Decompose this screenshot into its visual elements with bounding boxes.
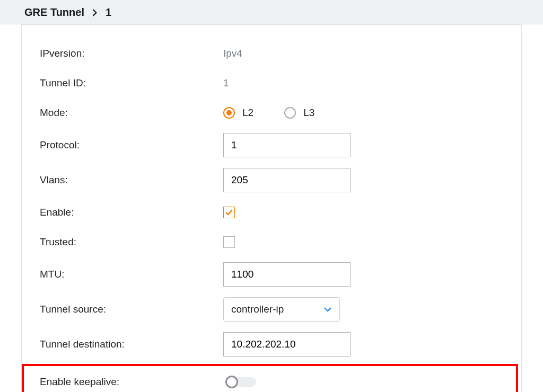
chevron-down-icon <box>323 304 332 315</box>
breadcrumb: GRE Tunnel 1 <box>0 0 543 24</box>
value-ipversion: Ipv4 <box>223 48 242 59</box>
row-trusted: Trusted: <box>22 227 521 257</box>
radio-mode-l3[interactable]: L3 <box>284 107 314 119</box>
input-vlans[interactable] <box>223 168 351 192</box>
chevron-right-icon <box>92 9 98 16</box>
select-value: controller-ip <box>231 304 284 315</box>
check-icon <box>225 208 233 217</box>
row-tunnel-destination: Tunnel destination: <box>22 327 521 362</box>
label-tunnel-destination: Tunnel destination: <box>22 338 223 350</box>
radio-mode-l2[interactable]: L2 <box>223 107 253 119</box>
highlight-enable-keepalive: Enable keepalive: <box>22 364 518 392</box>
label-mode: Mode: <box>22 107 223 119</box>
radio-icon <box>284 107 296 119</box>
radio-label-l2: L2 <box>242 107 253 119</box>
label-mtu: MTU: <box>22 269 223 280</box>
label-tunnel-source: Tunnel source: <box>22 304 223 315</box>
row-enable-keepalive: Enable keepalive: <box>24 369 516 392</box>
row-vlans: Vlans: <box>22 163 521 198</box>
label-ipversion: IPversion: <box>22 48 223 59</box>
toggle-enable-keepalive[interactable] <box>225 375 256 389</box>
row-mtu: MTU: <box>22 257 521 292</box>
label-enable-keepalive: Enable keepalive: <box>24 376 225 388</box>
radio-label-l3: L3 <box>303 107 314 119</box>
breadcrumb-current: 1 <box>106 6 111 19</box>
row-enable: Enable: <box>22 198 521 227</box>
gre-tunnel-form: IPversion: Ipv4 Tunnel ID: 1 Mode: L2 L3… <box>21 24 522 392</box>
label-tunnel-id: Tunnel ID: <box>22 77 223 89</box>
label-protocol: Protocol: <box>22 139 223 151</box>
toggle-knob-icon <box>225 376 238 388</box>
select-tunnel-source[interactable]: controller-ip <box>223 297 340 322</box>
radio-icon <box>223 107 235 119</box>
row-protocol: Protocol: <box>22 128 521 163</box>
input-mtu[interactable] <box>223 262 351 287</box>
label-vlans: Vlans: <box>22 174 223 186</box>
checkbox-enable[interactable] <box>223 207 235 218</box>
row-tunnel-id: Tunnel ID: 1 <box>22 68 521 98</box>
input-protocol[interactable] <box>223 133 351 157</box>
row-mode: Mode: L2 L3 <box>22 98 521 128</box>
input-tunnel-destination[interactable] <box>223 332 351 357</box>
row-tunnel-source: Tunnel source: controller-ip <box>22 292 521 327</box>
label-trusted: Trusted: <box>22 236 223 248</box>
breadcrumb-parent[interactable]: GRE Tunnel <box>24 6 84 19</box>
checkbox-trusted[interactable] <box>223 236 235 248</box>
value-tunnel-id: 1 <box>223 77 229 89</box>
row-ipversion: IPversion: Ipv4 <box>22 39 521 68</box>
label-enable: Enable: <box>22 207 223 218</box>
